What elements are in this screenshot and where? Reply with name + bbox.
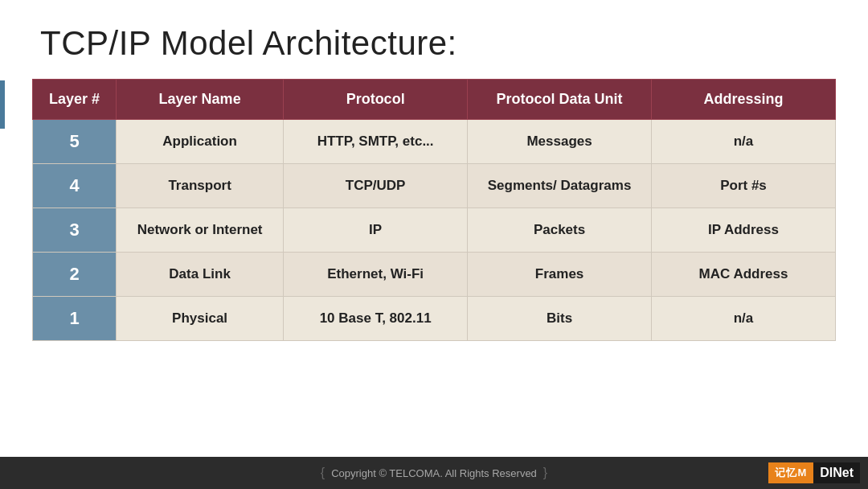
cell-addressing: MAC Address bbox=[652, 253, 836, 297]
cell-addressing: IP Address bbox=[652, 208, 836, 253]
logo-orange-text: 记忆M bbox=[768, 462, 813, 483]
table-row: 5ApplicationHTTP, SMTP, etc...Messagesn/… bbox=[33, 120, 836, 164]
cell-pdu: Messages bbox=[468, 120, 652, 164]
cell-protocol: TCP/UDP bbox=[284, 164, 468, 208]
header-addressing: Addressing bbox=[652, 80, 836, 120]
cell-protocol: IP bbox=[284, 208, 468, 253]
cell-layer-num: 1 bbox=[33, 297, 117, 341]
cell-protocol: HTTP, SMTP, etc... bbox=[284, 120, 468, 164]
cell-protocol: 10 Base T, 802.11 bbox=[284, 297, 468, 341]
cell-protocol: Ethernet, Wi-Fi bbox=[284, 253, 468, 297]
header-layer-num: Layer # bbox=[33, 80, 117, 120]
header-protocol: Protocol bbox=[284, 80, 468, 120]
cell-pdu: Segments/ Datagrams bbox=[468, 164, 652, 208]
table-row: 4TransportTCP/UDPSegments/ DatagramsPort… bbox=[33, 164, 836, 208]
cell-layer-num: 5 bbox=[33, 120, 117, 164]
logo-dark-text: DINet bbox=[813, 462, 860, 483]
cell-addressing: n/a bbox=[652, 297, 836, 341]
cell-layer-num: 2 bbox=[33, 253, 117, 297]
table-row: 2Data LinkEthernet, Wi-FiFramesMAC Addre… bbox=[33, 253, 836, 297]
footer-bracket-right: } bbox=[543, 466, 547, 480]
cell-layer-name: Physical bbox=[117, 297, 284, 341]
cell-pdu: Packets bbox=[468, 208, 652, 253]
cell-layer-name: Data Link bbox=[117, 253, 284, 297]
cell-pdu: Bits bbox=[468, 297, 652, 341]
cell-layer-num: 4 bbox=[33, 164, 117, 208]
cell-layer-name: Transport bbox=[117, 164, 284, 208]
table-row: 1Physical10 Base T, 802.11Bitsn/a bbox=[33, 297, 836, 341]
cell-pdu: Frames bbox=[468, 253, 652, 297]
cell-layer-name: Network or Internet bbox=[117, 208, 284, 253]
title-area: TCP/IP Model Architecture: bbox=[0, 0, 868, 79]
cell-addressing: Port #s bbox=[652, 164, 836, 208]
table-row: 3Network or InternetIPPacketsIP Address bbox=[33, 208, 836, 253]
cell-layer-num: 3 bbox=[33, 208, 117, 253]
table-container: Layer # Layer Name Protocol Protocol Dat… bbox=[0, 79, 868, 457]
cell-addressing: n/a bbox=[652, 120, 836, 164]
footer: { Copyright © TELCOMA. All Rights Reserv… bbox=[0, 457, 868, 489]
slide: TCP/IP Model Architecture: Layer # Layer… bbox=[0, 0, 868, 489]
cell-layer-name: Application bbox=[117, 120, 284, 164]
tcpip-table: Layer # Layer Name Protocol Protocol Dat… bbox=[32, 79, 836, 341]
slide-title: TCP/IP Model Architecture: bbox=[40, 24, 828, 63]
header-layer-name: Layer Name bbox=[117, 80, 284, 120]
footer-logo: 记忆M DINet bbox=[768, 457, 860, 489]
footer-bracket-left: { bbox=[321, 466, 325, 480]
table-header-row: Layer # Layer Name Protocol Protocol Dat… bbox=[33, 80, 836, 120]
header-pdu: Protocol Data Unit bbox=[468, 80, 652, 120]
left-accent bbox=[0, 80, 5, 129]
footer-copyright: Copyright © TELCOMA. All Rights Reserved bbox=[331, 467, 537, 479]
